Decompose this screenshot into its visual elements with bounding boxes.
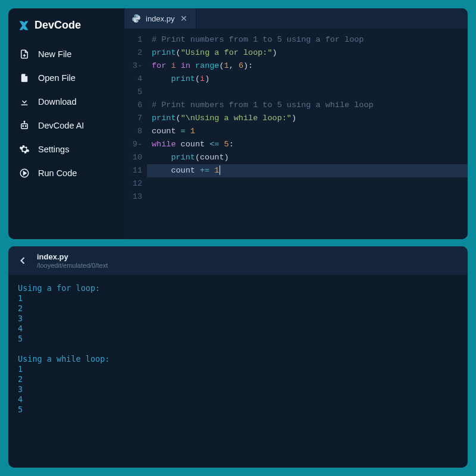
line-number: 11 xyxy=(124,164,142,177)
text-cursor xyxy=(220,165,220,175)
nav-download[interactable]: Download xyxy=(14,90,118,114)
line-number: 10 xyxy=(124,151,142,164)
code-line[interactable] xyxy=(152,190,468,203)
code-line[interactable]: print(count) xyxy=(152,151,468,164)
nav-label: Download xyxy=(38,97,77,107)
tab-filename: index.py xyxy=(146,14,174,23)
line-number: 5 xyxy=(124,86,142,99)
python-icon xyxy=(131,14,141,23)
play-circle-icon xyxy=(19,168,30,178)
svg-point-5 xyxy=(26,126,27,127)
file-icon xyxy=(19,73,30,83)
line-number: 13 xyxy=(124,190,142,203)
code-line[interactable]: print(i) xyxy=(152,73,468,86)
nav-label: DevCode AI xyxy=(38,121,84,130)
code-line[interactable]: # Print numbers from 1 to 5 using a for … xyxy=(152,33,468,46)
svg-rect-2 xyxy=(21,105,28,106)
line-number: 2 xyxy=(124,46,142,60)
sidebar: DevCode New File Open File Download DevC… xyxy=(8,8,124,239)
line-number: 6 xyxy=(124,99,142,112)
code-line[interactable]: for i in range(1, 6): xyxy=(152,60,468,73)
code-line[interactable]: count = 1 xyxy=(152,125,468,138)
editor-panel: DevCode New File Open File Download DevC… xyxy=(8,8,468,239)
code-body[interactable]: # Print numbers from 1 to 5 using a for … xyxy=(147,29,468,239)
line-number: 8 xyxy=(124,125,142,138)
output-body[interactable]: Using a for loop: 1 2 3 4 5 Using a whil… xyxy=(8,275,468,468)
output-filename: index.py xyxy=(37,252,108,261)
file-plus-icon xyxy=(19,49,30,60)
nav-settings[interactable]: Settings xyxy=(14,137,118,161)
code-line[interactable] xyxy=(152,177,468,190)
nav-label: Settings xyxy=(38,145,69,154)
app-title: DevCode xyxy=(35,19,81,32)
line-gutter: 123-456789-10111213 xyxy=(124,29,147,239)
code-line[interactable]: # Print numbers from 1 to 5 using a whil… xyxy=(152,99,468,112)
code-editor: index.py ✕ 123-456789-10111213 # Print n… xyxy=(124,8,468,239)
svg-point-7 xyxy=(24,121,25,123)
nav-label: New File xyxy=(38,49,71,59)
line-number: 12 xyxy=(124,177,142,190)
robot-icon xyxy=(19,120,30,131)
nav-label: Open File xyxy=(38,73,76,83)
svg-point-4 xyxy=(23,126,24,127)
tab-close-icon[interactable]: ✕ xyxy=(179,14,189,23)
logo-icon xyxy=(18,20,30,32)
line-number: 7 xyxy=(124,112,142,125)
output-panel: index.py /looyedit/emulated/0/text Using… xyxy=(8,246,468,468)
nav-devcode-ai[interactable]: DevCode AI xyxy=(14,114,118,137)
nav-label: Run Code xyxy=(38,168,77,178)
code-line[interactable] xyxy=(152,86,468,99)
download-icon xyxy=(19,96,30,107)
output-filepath: /looyedit/emulated/0/text xyxy=(37,262,108,269)
code-line[interactable]: print("Using a for loop:") xyxy=(152,46,468,60)
code-line[interactable]: print("\nUsing a while loop:") xyxy=(152,112,468,125)
tab-bar: index.py ✕ xyxy=(124,8,468,29)
back-arrow-icon[interactable] xyxy=(17,255,29,267)
line-number: 1 xyxy=(124,33,142,46)
line-number: 9- xyxy=(124,138,142,151)
code-line[interactable]: count += 1 xyxy=(152,164,468,177)
nav-open-file[interactable]: Open File xyxy=(14,66,118,90)
app-logo[interactable]: DevCode xyxy=(14,17,118,42)
editor-tab[interactable]: index.py ✕ xyxy=(124,8,196,29)
nav-run-code[interactable]: Run Code xyxy=(14,161,118,185)
code-area[interactable]: 123-456789-10111213 # Print numbers from… xyxy=(124,29,468,239)
code-line[interactable]: while count <= 5: xyxy=(152,138,468,151)
gear-icon xyxy=(19,144,30,155)
line-number: 3- xyxy=(124,60,142,73)
output-header: index.py /looyedit/emulated/0/text xyxy=(8,246,468,275)
line-number: 4 xyxy=(124,73,142,86)
nav-new-file[interactable]: New File xyxy=(14,42,118,66)
